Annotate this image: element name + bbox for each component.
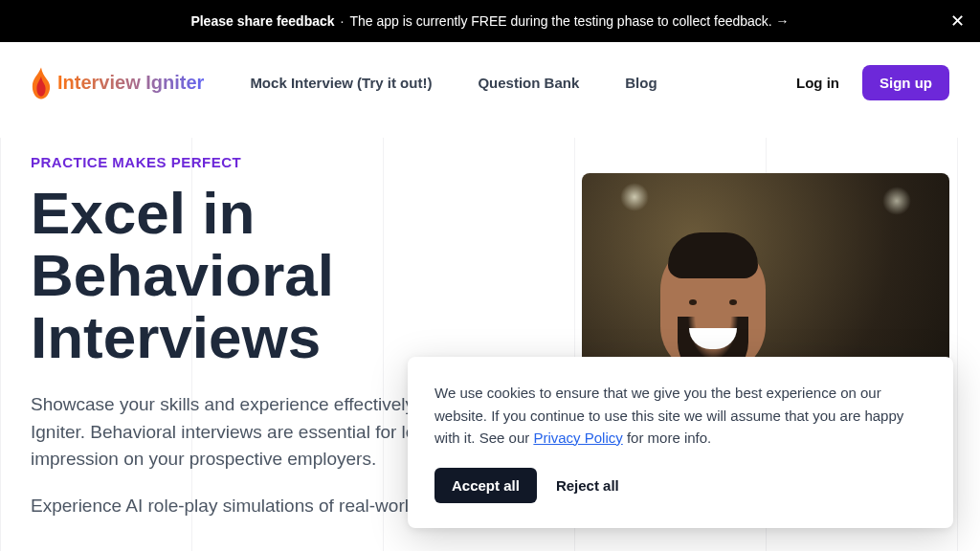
reject-all-button[interactable]: Reject all: [556, 477, 619, 494]
top-nav: Interview Igniter Mock Interview (Try it…: [0, 42, 980, 123]
nav-right: Log in Sign up: [796, 65, 949, 100]
banner-bold-text: Please share feedback: [190, 13, 334, 29]
nav-link-mock-interview[interactable]: Mock Interview (Try it out!): [250, 75, 432, 91]
close-icon[interactable]: ✕: [950, 11, 965, 32]
nav-links: Mock Interview (Try it out!) Question Ba…: [250, 75, 750, 91]
privacy-policy-link[interactable]: Privacy Policy: [533, 430, 622, 446]
nav-link-question-bank[interactable]: Question Bank: [478, 75, 579, 91]
flame-icon: [31, 67, 52, 99]
nav-link-blog[interactable]: Blog: [625, 75, 657, 91]
accept-all-button[interactable]: Accept all: [434, 468, 537, 503]
banner-text[interactable]: The app is currently FREE during the tes…: [349, 13, 789, 29]
logo-text: Interview Igniter: [57, 72, 204, 94]
banner-separator: ·: [341, 13, 345, 29]
hero-eyebrow: PRACTICE MAKES PERFECT: [31, 154, 544, 170]
cookie-consent: We use cookies to ensure that we give yo…: [408, 357, 953, 528]
logo[interactable]: Interview Igniter: [31, 67, 204, 99]
cookie-text-suffix: for more info.: [627, 430, 711, 446]
hero-title: Excel in Behavioral Interviews: [31, 182, 544, 368]
cookie-buttons: Accept all Reject all: [434, 468, 926, 503]
login-link[interactable]: Log in: [796, 75, 839, 91]
signup-button[interactable]: Sign up: [862, 65, 949, 100]
feedback-banner: Please share feedback · The app is curre…: [0, 0, 980, 42]
